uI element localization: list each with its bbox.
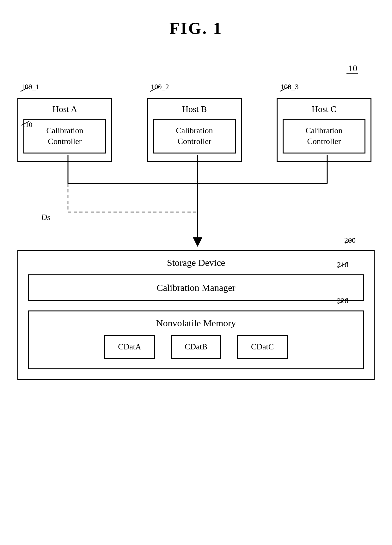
storage-wrapper: 200 Storage Device 210 Calibration Manag… — [17, 250, 375, 380]
cdat-row: CDatA CDatB CDatC — [35, 335, 357, 359]
calibration-manager-label: Calibration Manager — [156, 282, 235, 293]
host-a-box: Host A 110 CalibrationController — [17, 98, 112, 162]
cdat-b-label: CDatB — [185, 342, 207, 351]
figure-title: FIG. 1 — [0, 0, 392, 38]
nonvolatile-label: Nonvolatile Memory — [35, 318, 357, 329]
host-a-controller-box: CalibrationController — [23, 119, 106, 153]
host-b-box: Host B CalibrationController — [147, 98, 242, 162]
ds-label: Ds — [41, 213, 50, 222]
host-a-controller-label: CalibrationController — [28, 125, 102, 147]
host-b-controller-box: CalibrationController — [153, 119, 236, 153]
host-c-label: Host C — [283, 104, 365, 114]
ref-underline — [346, 73, 358, 74]
cdat-a-label: CDatA — [118, 342, 141, 351]
host-b-controller-label: CalibrationController — [157, 125, 232, 147]
calibration-manager-box: Calibration Manager — [28, 274, 364, 301]
host-c-wrapper: 100_3 Host C CalibrationController — [277, 98, 371, 162]
nonvolatile-wrapper: 220 Nonvolatile Memory CDatA CDatB CDatC — [28, 310, 364, 369]
system-ref: 10 — [348, 63, 357, 73]
host-a-wrapper: 100_1 Host A 110 CalibrationController — [17, 98, 112, 162]
host-b-wrapper: 100_2 Host B CalibrationController — [147, 98, 242, 162]
calibration-manager-wrapper: 210 Calibration Manager — [28, 274, 364, 301]
cdat-c-label: CDatC — [251, 342, 274, 351]
cdat-b-box: CDatB — [171, 335, 221, 359]
page: FIG. 1 10 Ds — [0, 0, 392, 545]
svg-marker-8 — [193, 237, 202, 247]
host-a-label: Host A — [23, 104, 106, 114]
host-b-label: Host B — [153, 104, 236, 114]
nonvolatile-box: Nonvolatile Memory CDatA CDatB CDatC — [28, 310, 364, 369]
host-c-controller-box: CalibrationController — [283, 119, 365, 153]
host-c-controller-label: CalibrationController — [287, 125, 361, 147]
host-c-box: Host C CalibrationController — [277, 98, 371, 162]
storage-box: Storage Device 210 Calibration Manager 2… — [17, 250, 375, 380]
cdat-a-box: CDatA — [104, 335, 155, 359]
storage-label: Storage Device — [28, 257, 364, 268]
cdat-c-box: CDatC — [237, 335, 288, 359]
